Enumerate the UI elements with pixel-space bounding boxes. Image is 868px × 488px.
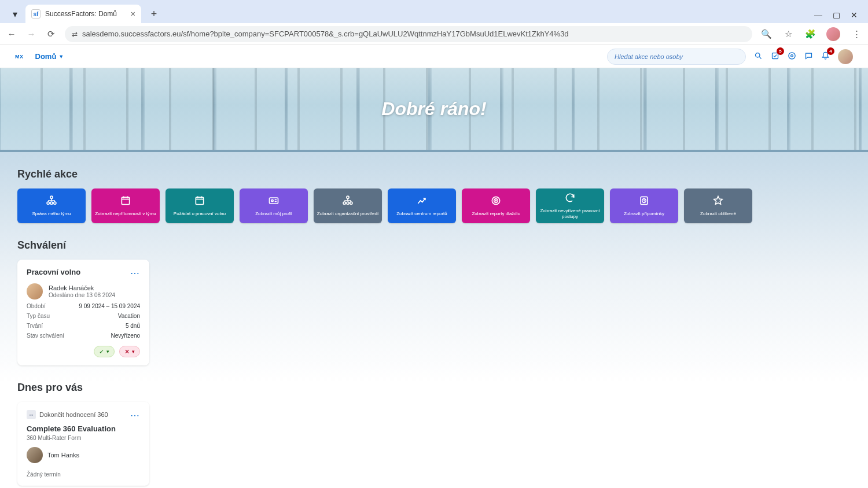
section-approvals-title: Schválení — [17, 239, 851, 252]
quick-action-5[interactable]: Zobrazit centrum reportů — [388, 188, 456, 223]
org-icon — [46, 195, 57, 209]
quick-action-7[interactable]: Zobrazit nevyřízené pracovní postupy — [536, 188, 604, 223]
today-card[interactable]: ◦◦ Dokončit hodnocení 360 ⋯ Complete 360… — [17, 402, 149, 486]
approval-title: Pracovní volno — [27, 268, 80, 276]
cal-icon — [120, 195, 131, 209]
id-icon — [268, 195, 279, 209]
hero-banner: Dobré ráno! — [0, 68, 868, 152]
search-icon[interactable] — [754, 51, 763, 62]
chrome-menu-icon[interactable]: ⋮ — [851, 29, 862, 39]
global-search[interactable]: Hledat akce nebo osoby — [607, 49, 746, 65]
todo-icon[interactable]: 5 — [771, 51, 779, 62]
quick-actions-row: Správa mého týmuZobrazit nepřítomnosti v… — [17, 188, 851, 223]
window-minimize-icon[interactable]: — — [814, 10, 822, 20]
support-icon[interactable] — [788, 51, 796, 62]
quick-action-4[interactable]: Zobrazit organizační prostředí — [314, 188, 382, 223]
svg-rect-9 — [122, 197, 129, 205]
browser-toolbar: ← → ⟳ ⇄ salesdemo.successfactors.eu/sf/h… — [0, 23, 868, 45]
chevron-down-icon: ▼ — [58, 54, 64, 60]
browser-tab-strip: ▾ sf SuccessFactors: Domů × + — ▢ ✕ — [0, 0, 868, 23]
period-label: Období — [27, 303, 46, 309]
quick-action-3[interactable]: Zobrazit můj profil — [240, 188, 308, 223]
requester-avatar — [27, 283, 43, 300]
task-type-label: Dokončit hodnocení 360 — [39, 411, 108, 418]
card-more-icon[interactable]: ⋯ — [130, 410, 140, 421]
section-today-title: Dnes pro vás — [17, 382, 851, 394]
quick-action-8[interactable]: Zobrazit připomínky — [610, 188, 678, 223]
star-icon — [712, 195, 724, 209]
quick-action-label: Zobrazit můj profil — [255, 211, 292, 217]
assignee-name: Tom Hanks — [47, 452, 79, 459]
app-logo[interactable]: MX — [15, 54, 24, 60]
task-title: Complete 360 Evaluation — [27, 424, 140, 433]
url-text: salesdemo.successfactors.eu/sf/home?bplt… — [82, 29, 569, 38]
nav-home[interactable]: Domů ▼ — [35, 52, 64, 61]
org-icon — [342, 195, 354, 209]
nav-home-label: Domů — [35, 52, 57, 61]
svg-point-0 — [756, 53, 760, 57]
svg-point-7 — [50, 202, 53, 204]
search-placeholder: Hledat akce nebo osoby — [615, 53, 683, 60]
svg-point-21 — [347, 196, 349, 198]
user-avatar[interactable] — [838, 49, 853, 64]
messages-icon[interactable] — [804, 51, 813, 62]
svg-point-22 — [343, 202, 345, 204]
back-button[interactable]: ← — [6, 29, 17, 39]
svg-line-1 — [759, 57, 761, 58]
quick-action-6[interactable]: Zobrazit reporty dlaždic — [462, 188, 530, 223]
new-tab-button[interactable]: + — [146, 6, 162, 22]
reject-button[interactable]: ✕▾ — [119, 346, 140, 357]
status-label: Stav schválení — [27, 332, 64, 339]
quick-action-1[interactable]: Zobrazit nepřítomnosti v týmu — [91, 188, 160, 223]
quick-action-label: Zobrazit reporty dlaždic — [472, 211, 520, 217]
tab-favicon: sf — [31, 9, 41, 19]
forward-button[interactable]: → — [25, 29, 37, 39]
quick-action-label: Správa mého týmu — [32, 211, 71, 217]
zoom-icon[interactable]: 🔍 — [760, 29, 772, 39]
quick-action-2[interactable]: Požádat o pracovní volno — [165, 188, 234, 223]
card-more-icon[interactable]: ⋯ — [130, 268, 140, 279]
notifications-badge: 4 — [827, 47, 834, 55]
tab-title: SuccessFactors: Domů — [45, 10, 126, 18]
bookmark-icon[interactable]: ☆ — [782, 29, 794, 39]
chevron-down-icon: ▾ — [106, 349, 109, 354]
close-tab-icon[interactable]: × — [131, 9, 135, 19]
quick-action-label: Zobrazit nevyřízené pracovní postupy — [538, 208, 602, 219]
greeting-text: Dobré ráno! — [381, 98, 486, 120]
quick-action-0[interactable]: Správa mého týmu — [17, 188, 86, 223]
svg-point-4 — [791, 54, 793, 57]
svg-point-6 — [47, 202, 49, 204]
notifications-icon[interactable]: 4 — [821, 51, 830, 62]
tab-list-dropdown[interactable]: ▾ — [5, 5, 25, 23]
assignee-avatar — [27, 447, 43, 463]
quick-action-label: Zobrazit připomínky — [624, 211, 664, 217]
svg-point-24 — [350, 202, 352, 204]
svg-point-23 — [347, 202, 349, 204]
chrome-profile-avatar[interactable] — [826, 27, 840, 41]
duration-label: Trvání — [27, 323, 43, 329]
approve-button[interactable]: ✓▾ — [94, 346, 115, 357]
extensions-icon[interactable]: 🧩 — [804, 29, 816, 39]
cal-icon — [194, 195, 205, 209]
status-value: Nevyřízeno — [111, 332, 140, 339]
approval-card: Pracovní volno ⋯ Radek Hanáček Odesláno … — [17, 260, 149, 365]
sent-date: Odesláno dne 13 08 2024 — [49, 292, 115, 298]
svg-point-5 — [50, 196, 53, 198]
svg-point-27 — [495, 200, 496, 201]
svg-point-18 — [271, 200, 273, 202]
reload-button[interactable]: ⟳ — [45, 29, 57, 39]
url-bar[interactable]: ⇄ salesdemo.successfactors.eu/sf/home?bp… — [65, 26, 752, 42]
quick-action-label: Zobrazit nepřítomnosti v týmu — [95, 211, 156, 217]
browser-tab[interactable]: sf SuccessFactors: Domů × — [25, 5, 141, 23]
svg-rect-13 — [196, 197, 203, 205]
site-info-icon[interactable]: ⇄ — [72, 30, 78, 38]
type-label: Typ času — [27, 313, 50, 319]
quick-action-9[interactable]: Zobrazit oblíbené — [684, 188, 752, 223]
svg-point-3 — [789, 52, 795, 58]
clock-icon — [638, 195, 650, 209]
refresh-icon — [564, 192, 576, 206]
window-maximize-icon[interactable]: ▢ — [833, 10, 840, 20]
quick-action-label: Zobrazit organizační prostředí — [317, 211, 378, 217]
section-quick-actions-title: Rychlé akce — [17, 168, 851, 180]
window-close-icon[interactable]: ✕ — [851, 10, 858, 20]
